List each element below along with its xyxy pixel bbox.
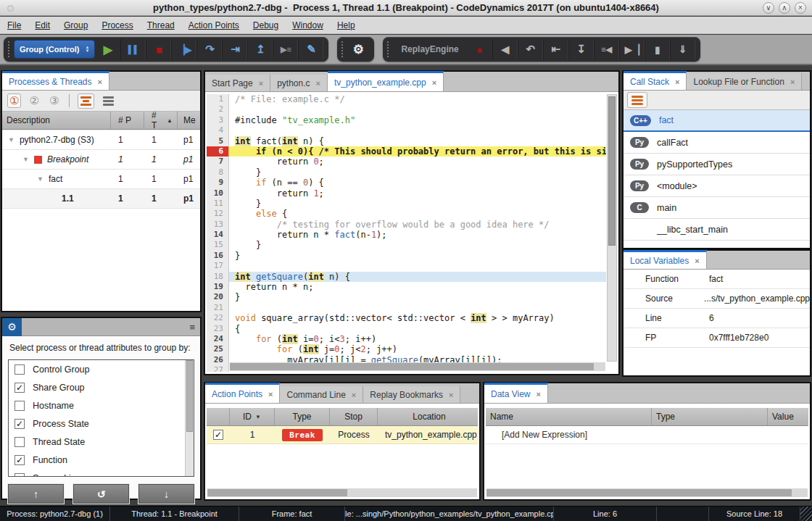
line-number[interactable]: 5 <box>207 136 229 146</box>
local-info-row[interactable]: Source...s/tv_python_example.cpp <box>624 289 810 309</box>
col-value[interactable]: Value <box>768 408 808 425</box>
col-description[interactable]: Description <box>2 112 111 129</box>
code-line[interactable]: 14 return n * fact(n-1); <box>207 230 606 240</box>
restart-button[interactable]: ▕▶ <box>171 39 196 59</box>
code-line[interactable]: 23{ <box>207 324 606 334</box>
back-to-button[interactable]: ≡◀ <box>594 39 619 59</box>
line-number[interactable]: 23 <box>207 324 229 334</box>
line-number[interactable]: 13 <box>207 220 229 230</box>
col-num-processes[interactable]: # P <box>111 112 144 129</box>
code-line[interactable]: 11 } <box>207 199 606 209</box>
line-number[interactable]: 21 <box>207 303 229 313</box>
stack-layers-icon[interactable] <box>627 92 647 108</box>
live-button[interactable]: ▶▕ <box>619 39 645 59</box>
close-icon[interactable]: × <box>259 79 263 88</box>
group-attribute-item[interactable]: Source Line <box>9 469 194 477</box>
stack-frame-row[interactable]: PycallFact <box>624 132 810 154</box>
line-number[interactable]: 9 <box>207 178 229 188</box>
code-line[interactable]: 15 } <box>207 240 606 250</box>
level-2-button[interactable]: ② <box>27 93 41 108</box>
line-number[interactable]: 11 <box>207 199 229 209</box>
hamburger-menu-icon[interactable]: ≡ <box>189 322 200 333</box>
toolbar-grip-icon[interactable] <box>341 41 343 57</box>
menu-item-group[interactable]: Group <box>64 20 88 30</box>
tab-command-line[interactable]: Command Line× <box>280 386 363 403</box>
minimize-button[interactable]: ∨ <box>763 2 774 14</box>
level-3-button[interactable]: ③ <box>47 93 61 108</box>
tree-view-icon[interactable] <box>78 93 94 109</box>
toolbar-grip-icon[interactable] <box>387 41 389 57</box>
tab-call-stack[interactable]: Call Stack× <box>624 71 687 90</box>
line-number[interactable]: 12 <box>207 209 229 219</box>
close-icon[interactable]: × <box>695 257 699 265</box>
line-number[interactable]: 1 <box>207 94 229 104</box>
settings-gear-button[interactable]: ⚙ <box>347 39 369 59</box>
save-recording-button[interactable]: ⇓ <box>670 39 695 59</box>
move-down-button[interactable]: ↓ <box>138 484 194 504</box>
col-location[interactable]: Location <box>378 408 478 425</box>
next-button[interactable]: ↷ <box>196 39 222 59</box>
tab-action-points[interactable]: Action Points× <box>205 383 280 403</box>
code-line[interactable]: 12 else { <box>207 209 606 219</box>
code-line[interactable]: 16} <box>207 251 606 261</box>
kill-button[interactable]: ■ <box>146 39 171 59</box>
tab-start-page[interactable]: Start Page× <box>205 75 270 91</box>
reset-button[interactable]: ↺ <box>73 484 129 504</box>
stack-frame-row[interactable]: __libc_start_main <box>624 219 810 241</box>
bookmark-button[interactable]: ▮ <box>645 39 670 59</box>
action-points-scrollbar[interactable] <box>207 488 477 497</box>
line-number[interactable]: 6 <box>207 146 229 157</box>
code-line[interactable]: 5int fact(int n) { <box>207 136 606 146</box>
checkbox-function[interactable]: ✓ <box>14 455 25 465</box>
close-icon[interactable]: × <box>449 391 453 399</box>
tab-python-c[interactable]: python.c× <box>270 75 328 91</box>
close-icon[interactable]: × <box>790 78 795 86</box>
code-line[interactable]: 18int getSquare(int n) { <box>207 272 606 282</box>
add-new-expression-row[interactable]: [Add New Expression] <box>486 426 808 444</box>
stack-frame-row[interactable]: PypySupportedTypes <box>624 154 810 175</box>
move-up-button[interactable]: ↑ <box>8 484 64 504</box>
checkbox-thread-state[interactable] <box>14 437 25 447</box>
local-info-row[interactable]: Functionfact <box>624 270 810 289</box>
action-point-row[interactable]: ✓ 1 Break Process tv_python_example.cpp <box>207 426 478 444</box>
close-icon[interactable]: × <box>316 79 320 88</box>
group-attribute-item[interactable]: Hostname <box>9 396 194 414</box>
group-attribute-item[interactable]: Thread State <box>9 433 194 451</box>
close-icon[interactable]: × <box>536 390 540 399</box>
line-number[interactable]: 27 <box>207 365 229 372</box>
close-icon[interactable]: × <box>98 78 102 86</box>
line-number[interactable]: 2 <box>207 104 229 114</box>
code-line[interactable]: 2 <box>207 104 606 114</box>
caller-button[interactable]: ↧ <box>568 39 594 59</box>
stack-frame-row[interactable]: Cmain <box>624 197 810 219</box>
close-icon[interactable]: × <box>675 78 679 86</box>
code-line[interactable]: 1/* File: example.c */ <box>207 94 606 104</box>
menu-item-window[interactable]: Window <box>292 20 323 30</box>
code-area[interactable]: 1/* File: example.c */23#include "tv_exa… <box>205 92 618 374</box>
menu-item-process[interactable]: Process <box>102 20 133 30</box>
process-tree-row[interactable]: 1.111p1 <box>2 189 200 209</box>
line-number[interactable]: 15 <box>207 240 229 250</box>
line-number[interactable]: 8 <box>207 167 229 178</box>
line-number[interactable]: 7 <box>207 157 229 167</box>
line-number[interactable]: 26 <box>207 355 229 365</box>
data-view-scrollbar[interactable] <box>486 488 808 497</box>
go-button[interactable]: ▶ <box>95 39 120 59</box>
edit-button[interactable]: ✎ <box>298 39 323 59</box>
line-number[interactable]: 10 <box>207 188 229 199</box>
col-type[interactable]: Type <box>652 408 768 425</box>
code-line[interactable]: 17 <box>207 261 606 271</box>
menu-item-file[interactable]: File <box>7 20 21 30</box>
maximize-button[interactable]: ∧ <box>779 2 790 14</box>
code-line[interactable]: 19 return n * n; <box>207 282 606 292</box>
code-line[interactable]: 7 return 0; <box>207 157 606 167</box>
process-tree-row[interactable]: ▼fact11p1 <box>2 170 200 189</box>
menu-item-edit[interactable]: Edit <box>35 20 50 30</box>
line-number[interactable]: 14 <box>207 230 229 240</box>
line-number[interactable]: 20 <box>207 292 229 302</box>
line-number[interactable]: 19 <box>207 282 229 292</box>
code-line[interactable]: 4 <box>207 125 606 136</box>
code-line[interactable]: 3#include "tv_example.h" <box>207 115 606 125</box>
menu-item-action-points[interactable]: Action Points <box>188 20 239 30</box>
close-button[interactable]: × <box>795 2 806 14</box>
